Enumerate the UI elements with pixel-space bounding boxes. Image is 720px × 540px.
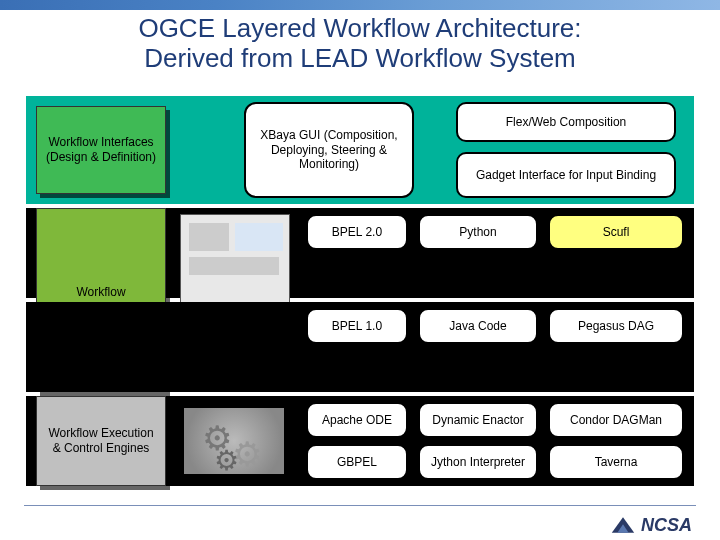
top-decorative-band (0, 0, 720, 10)
box-dynamic-enactor: Dynamic Enactor (418, 402, 538, 438)
box-gadget-interface: Gadget Interface for Input Binding (456, 152, 676, 198)
layer-execution: Workflow Execution & Control Engines ⚙ ⚙… (26, 396, 694, 486)
box-condor-dagman: Condor DAGMan (548, 402, 684, 438)
ncsa-triangle-icon (609, 514, 637, 536)
footer-divider (24, 505, 696, 506)
box-bpel-2: BPEL 2.0 (306, 214, 408, 250)
layer-label-execution: Workflow Execution & Control Engines (36, 396, 166, 486)
box-pegasus-dag: Pegasus DAG (548, 308, 684, 344)
ncsa-text: NCSA (641, 515, 692, 536)
box-java-code: Java Code (418, 308, 538, 344)
gear-icon: ⚙ (214, 444, 239, 477)
box-taverna: Taverna (548, 444, 684, 480)
layer-label-interfaces: Workflow Interfaces (Design & Definition… (36, 106, 166, 194)
ncsa-logo: NCSA (609, 514, 692, 536)
title-line-2: Derived from LEAD Workflow System (144, 43, 576, 73)
gears-graphic: ⚙ ⚙ ⚙ (184, 408, 284, 474)
box-python: Python (418, 214, 538, 250)
title-line-1: OGCE Layered Workflow Architecture: (138, 13, 581, 43)
box-gbpel: GBPEL (306, 444, 408, 480)
diagram-area: Workflow Interfaces (Design & Definition… (26, 96, 694, 494)
box-bpel-1: BPEL 1.0 (306, 308, 408, 344)
layer-interfaces: Workflow Interfaces (Design & Definition… (26, 96, 694, 204)
box-flex-web: Flex/Web Composition (456, 102, 676, 142)
layer-specification-bottom: BPEL 1.0 Java Code Pegasus DAG (26, 302, 694, 392)
box-apache-ode: Apache ODE (306, 402, 408, 438)
layer-specification-top: Workflow Specification BPEL 2.0 Python S… (26, 208, 694, 298)
box-jython: Jython Interpreter (418, 444, 538, 480)
slide-title: OGCE Layered Workflow Architecture: Deri… (0, 14, 720, 74)
box-xbaya-gui: XBaya GUI (Composition, Deploying, Steer… (244, 102, 414, 198)
box-scufl: Scufl (548, 214, 684, 250)
